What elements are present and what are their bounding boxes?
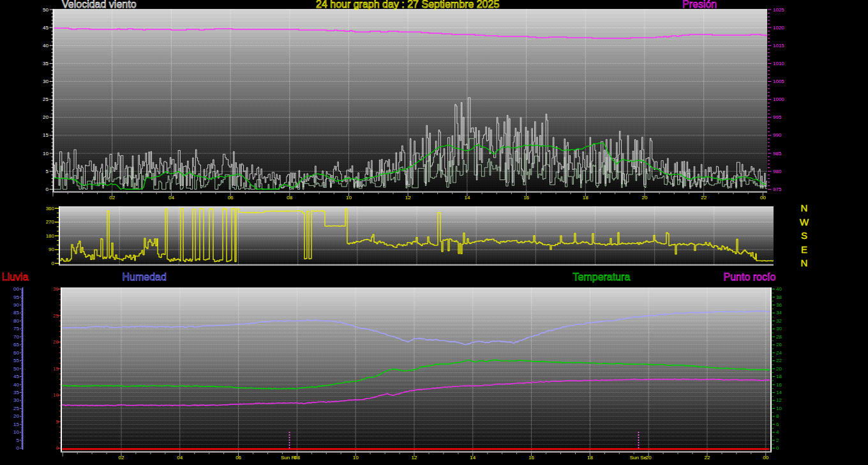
svg-text:20: 20 <box>13 413 19 419</box>
svg-text:30: 30 <box>43 79 49 84</box>
svg-text:12: 12 <box>776 397 782 403</box>
svg-text:10: 10 <box>776 406 782 411</box>
svg-text:12: 12 <box>412 455 417 461</box>
svg-text:Sun Se: Sun Se <box>630 455 647 461</box>
svg-text:E: E <box>801 244 807 255</box>
svg-text:55: 55 <box>13 358 19 363</box>
svg-text:18: 18 <box>776 374 782 379</box>
svg-text:N: N <box>801 257 808 268</box>
svg-text:360: 360 <box>46 206 55 211</box>
svg-text:36: 36 <box>776 302 782 308</box>
svg-text:06: 06 <box>236 455 241 461</box>
svg-text:180: 180 <box>46 233 55 239</box>
svg-text:16: 16 <box>528 455 534 461</box>
svg-text:1020: 1020 <box>773 25 784 31</box>
svg-text:34: 34 <box>776 310 782 316</box>
svg-text:5: 5 <box>56 419 59 425</box>
svg-text:32: 32 <box>776 318 782 324</box>
svg-text:04: 04 <box>177 455 183 461</box>
svg-text:1010: 1010 <box>773 61 784 66</box>
svg-text:Velocidad viento: Velocidad viento <box>62 0 137 10</box>
svg-text:0: 0 <box>52 261 55 266</box>
svg-text:15: 15 <box>53 366 59 372</box>
svg-text:5: 5 <box>17 438 20 443</box>
svg-text:980: 980 <box>773 169 782 174</box>
svg-text:W: W <box>800 217 809 227</box>
svg-text:70: 70 <box>13 334 19 340</box>
svg-text:Humedad: Humedad <box>123 271 167 282</box>
svg-text:Lluvia: Lluvia <box>2 271 29 282</box>
svg-text:20: 20 <box>646 455 652 461</box>
svg-text:20: 20 <box>776 366 782 372</box>
svg-text:10: 10 <box>43 151 49 156</box>
svg-text:02: 02 <box>109 195 115 201</box>
svg-text:975: 975 <box>773 187 782 192</box>
svg-text:00: 00 <box>760 195 766 201</box>
svg-text:38: 38 <box>776 294 782 300</box>
svg-text:16: 16 <box>776 382 782 388</box>
svg-text:90: 90 <box>13 302 19 308</box>
svg-text:18: 18 <box>587 455 593 461</box>
svg-text:1015: 1015 <box>773 43 784 49</box>
svg-text:14: 14 <box>470 455 475 461</box>
svg-text:990: 990 <box>773 132 782 138</box>
svg-text:65: 65 <box>13 342 19 347</box>
svg-text:24: 24 <box>776 350 782 356</box>
svg-text:08: 08 <box>287 195 292 201</box>
svg-text:95: 95 <box>13 294 19 300</box>
svg-text:6: 6 <box>776 422 779 427</box>
svg-text:1000: 1000 <box>773 96 784 102</box>
svg-text:995: 995 <box>773 114 782 120</box>
svg-text:985: 985 <box>773 151 782 156</box>
svg-text:0: 0 <box>46 187 49 192</box>
svg-text:15: 15 <box>13 422 19 427</box>
svg-text:50: 50 <box>13 366 19 372</box>
svg-text:S: S <box>801 230 807 241</box>
svg-text:06: 06 <box>228 195 234 201</box>
svg-text:22: 22 <box>701 195 707 201</box>
svg-text:14: 14 <box>776 390 782 395</box>
svg-text:Sun Ri: Sun Ri <box>281 455 296 461</box>
svg-text:4: 4 <box>776 429 779 435</box>
svg-text:15: 15 <box>43 132 49 138</box>
svg-text:0: 0 <box>56 445 59 451</box>
svg-text:Temperatura: Temperatura <box>573 271 631 282</box>
svg-text:30: 30 <box>13 397 19 403</box>
svg-text:1005: 1005 <box>773 79 784 84</box>
svg-text:10: 10 <box>13 429 19 435</box>
svg-text:Punto rocío: Punto rocío <box>724 271 776 282</box>
svg-text:00: 00 <box>13 286 19 292</box>
svg-text:22: 22 <box>705 455 710 461</box>
svg-text:25: 25 <box>13 406 19 411</box>
svg-text:10: 10 <box>53 392 59 398</box>
svg-text:75: 75 <box>13 326 19 332</box>
svg-text:10: 10 <box>353 455 359 461</box>
svg-text:40: 40 <box>43 43 49 49</box>
svg-text:2: 2 <box>776 438 779 443</box>
svg-text:04: 04 <box>168 195 174 201</box>
svg-text:N: N <box>801 202 808 213</box>
svg-text:8: 8 <box>776 413 779 419</box>
svg-text:16: 16 <box>523 195 529 201</box>
svg-text:00: 00 <box>763 455 768 461</box>
svg-text:25: 25 <box>43 96 49 102</box>
svg-text:0: 0 <box>17 445 20 451</box>
svg-text:30: 30 <box>53 286 59 292</box>
svg-text:12: 12 <box>405 195 411 201</box>
svg-text:45: 45 <box>13 374 19 379</box>
svg-text:85: 85 <box>13 310 19 316</box>
svg-text:50: 50 <box>43 7 49 13</box>
svg-text:80: 80 <box>13 318 19 324</box>
svg-text:40: 40 <box>776 286 782 292</box>
svg-text:35: 35 <box>13 390 19 395</box>
svg-text:45: 45 <box>43 25 49 31</box>
svg-text:20: 20 <box>43 114 49 120</box>
svg-text:22: 22 <box>776 358 782 363</box>
svg-text:40: 40 <box>13 382 19 388</box>
svg-text:1025: 1025 <box>773 7 784 13</box>
svg-text:02: 02 <box>119 455 124 461</box>
svg-text:20: 20 <box>642 195 648 201</box>
svg-text:30: 30 <box>776 326 782 332</box>
svg-text:24 hour graph day : 27 Septiem: 24 hour graph day : 27 Septiembre 2025 <box>316 0 499 10</box>
svg-text:35: 35 <box>43 61 49 66</box>
